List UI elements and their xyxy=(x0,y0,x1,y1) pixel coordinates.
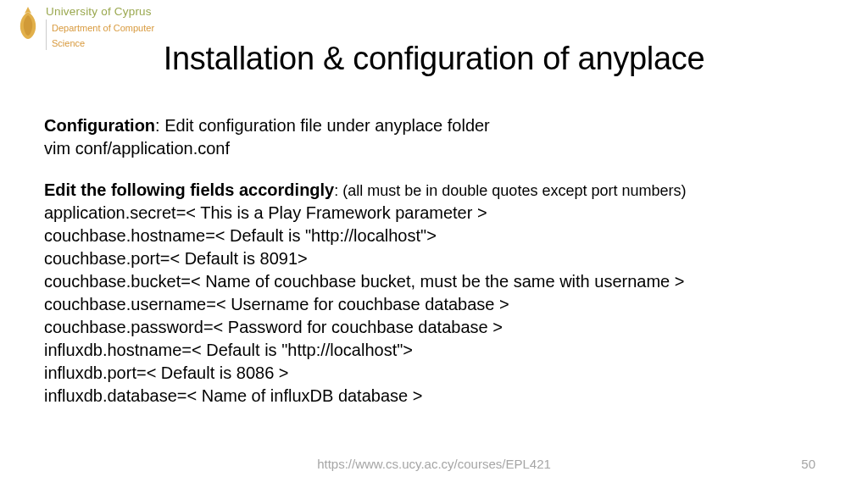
university-crest-icon xyxy=(15,5,41,41)
config-field-couchbase-hostname: couchbase.hostname=< Default is "http://… xyxy=(44,225,832,247)
config-field-couchbase-port: couchbase.port=< Default is 8091> xyxy=(44,247,832,270)
section1-label: Configuration xyxy=(44,116,155,135)
config-field-influxdb-database: influxdb.database=< Name of influxDB dat… xyxy=(44,385,832,408)
vim-command: vim conf/application.conf xyxy=(44,137,832,160)
section2-label: Edit the following fields accordingly xyxy=(44,180,334,199)
section1-description: : Edit configuration file under anyplace… xyxy=(155,116,490,135)
config-field-application-secret: application.secret=< This is a Play Fram… xyxy=(44,202,832,225)
department-line1: Department of Computer xyxy=(52,23,154,33)
section2-note: : (all must be in double quotes except p… xyxy=(334,182,686,199)
slide-body: Configuration: Edit configuration file u… xyxy=(44,114,832,408)
config-field-influxdb-port: influxdb.port=< Default is 8086 > xyxy=(44,362,832,385)
config-field-couchbase-username: couchbase.username=< Username for couchb… xyxy=(44,293,832,316)
config-field-influxdb-hostname: influxdb.hostname=< Default is "http://l… xyxy=(44,339,832,362)
page-number: 50 xyxy=(801,457,815,471)
footer-url: https://www.cs.ucy.ac.cy/courses/EPL421 xyxy=(0,457,868,471)
slide-title: Installation & configuration of anyplace xyxy=(0,41,868,77)
config-field-couchbase-password: couchbase.password=< Password for couchb… xyxy=(44,316,832,339)
university-name: University of Cyprus xyxy=(46,5,154,19)
config-field-couchbase-bucket: couchbase.bucket=< Name of couchbase buc… xyxy=(44,270,832,293)
